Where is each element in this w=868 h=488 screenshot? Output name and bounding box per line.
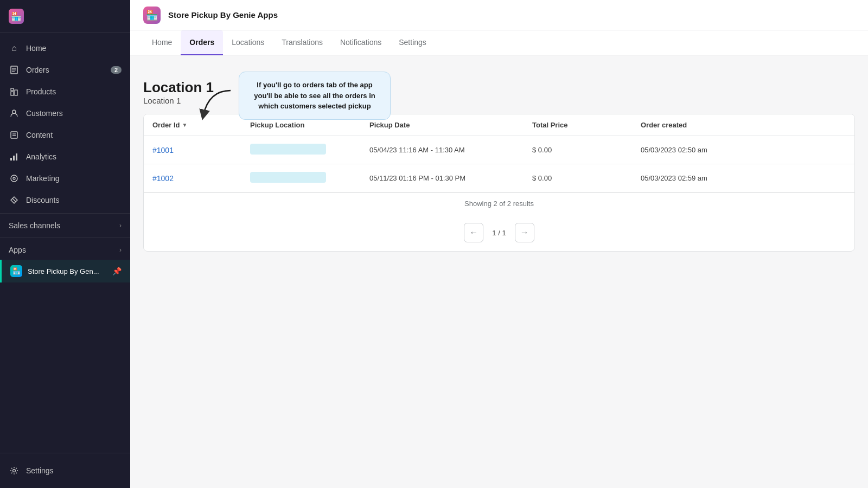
sidebar-item-discounts-label: Discounts — [26, 196, 59, 204]
sidebar-item-orders-label: Orders — [26, 66, 49, 74]
svg-point-15 — [13, 177, 15, 179]
sidebar-item-customers[interactable]: Customers — [0, 102, 130, 124]
order-id-cell-2: #1002 — [152, 174, 250, 183]
tab-orders[interactable]: Orders — [181, 30, 223, 55]
table-footer: Showing 2 of 2 results — [144, 192, 854, 214]
analytics-icon — [9, 151, 20, 162]
pickup-location-pill-2 — [250, 172, 326, 183]
tab-navigation: Home Orders Locations Translations Notif… — [130, 30, 868, 55]
callout-bubble: If you'll go to orders tab of the app yo… — [239, 72, 391, 120]
column-order-created: Order created — [641, 121, 749, 129]
customers-icon — [9, 108, 20, 119]
order-created-cell-2: 05/03/2023 02:59 am — [641, 174, 749, 182]
tab-locations[interactable]: Locations — [223, 30, 273, 55]
sidebar-item-analytics[interactable]: Analytics — [0, 146, 130, 168]
sales-channels-chevron-icon: › — [119, 222, 122, 229]
main-area: 🏪 Store Pickup By Genie Apps Home Orders… — [130, 0, 868, 488]
pickup-location-cell-1 — [250, 144, 369, 156]
sidebar-item-content-label: Content — [26, 131, 53, 139]
sidebar-item-discounts[interactable]: Discounts — [0, 189, 130, 211]
svg-rect-13 — [16, 153, 17, 160]
prev-page-button[interactable]: ← — [464, 223, 483, 242]
sidebar-item-sales-channels[interactable]: Sales channels › — [0, 216, 130, 235]
tab-settings[interactable]: Settings — [390, 30, 435, 55]
marketing-icon — [9, 173, 20, 184]
sidebar-item-marketing-label: Marketing — [26, 174, 59, 183]
arrow-icon — [198, 85, 241, 129]
content-area: If you'll go to orders tab of the app yo… — [130, 55, 868, 488]
sidebar-item-customers-label: Customers — [26, 109, 63, 118]
sidebar-item-products[interactable]: Products — [0, 81, 130, 102]
table-row: #1001 05/04/23 11:16 AM - 11:30 AM $ 0.0… — [144, 136, 854, 164]
callout-text: If you'll go to orders tab of the app yo… — [254, 81, 375, 110]
orders-badge: 2 — [111, 66, 122, 74]
sidebar-item-apps[interactable]: Apps › — [0, 240, 130, 260]
order-created-cell-1: 05/03/2023 02:50 am — [641, 146, 749, 154]
sidebar-item-settings[interactable]: Settings — [0, 460, 130, 481]
sidebar-sales-channels-label: Sales channels — [9, 221, 60, 230]
arrow-container — [198, 85, 241, 131]
sidebar: 🏪 ⌂ Home Orders 2 — [0, 0, 130, 488]
total-price-cell-2: $ 0.00 — [532, 174, 641, 182]
app-header-title: Store Pickup By Genie Apps — [168, 10, 278, 20]
sidebar-item-products-label: Products — [26, 87, 56, 96]
sort-icon: ▼ — [182, 122, 188, 128]
sidebar-item-analytics-label: Analytics — [26, 152, 56, 161]
sidebar-item-home[interactable]: ⌂ Home — [0, 37, 130, 59]
total-price-cell-1: $ 0.00 — [532, 146, 641, 154]
content-icon — [9, 130, 20, 140]
sidebar-item-home-label: Home — [26, 44, 46, 53]
pickup-date-cell-2: 05/11/23 01:16 PM - 01:30 PM — [369, 174, 532, 182]
sidebar-app-label: Store Pickup By Gen... — [28, 267, 99, 275]
pickup-location-cell-2 — [250, 172, 369, 184]
sidebar-logo-icon: 🏪 — [9, 9, 24, 24]
tab-translations[interactable]: Translations — [273, 30, 331, 55]
sidebar-item-marketing[interactable]: Marketing — [0, 168, 130, 189]
svg-rect-12 — [13, 156, 15, 160]
settings-icon — [9, 465, 20, 476]
tab-notifications[interactable]: Notifications — [331, 30, 390, 55]
pin-icon: 📌 — [112, 267, 122, 275]
svg-rect-5 — [15, 90, 17, 95]
svg-point-17 — [13, 470, 16, 472]
order-link-1001[interactable]: #1001 — [152, 146, 174, 155]
products-icon — [9, 86, 20, 97]
pickup-location-pill-1 — [250, 144, 326, 155]
column-pickup-location: Pickup Location — [250, 121, 369, 129]
orders-icon — [9, 65, 20, 75]
svg-rect-6 — [11, 88, 14, 91]
app-header-logo-icon: 🏪 — [143, 7, 161, 24]
results-count: Showing 2 of 2 results — [464, 200, 534, 208]
order-id-cell-1: #1001 — [152, 146, 250, 155]
pickup-date-cell-1: 05/04/23 11:16 AM - 11:30 AM — [369, 146, 532, 154]
sidebar-nav: ⌂ Home Orders 2 — [0, 33, 130, 453]
svg-point-14 — [11, 175, 17, 182]
orders-table: Order Id ▼ Pickup Location Pickup Date T… — [143, 114, 855, 252]
apps-chevron-icon: › — [119, 246, 122, 254]
sidebar-bottom: Settings — [0, 453, 130, 488]
sidebar-item-store-pickup[interactable]: 🏪 Store Pickup By Gen... 📌 — [0, 260, 130, 282]
sidebar-item-content[interactable]: Content — [0, 124, 130, 146]
next-page-button[interactable]: → — [515, 223, 534, 242]
home-icon: ⌂ — [9, 43, 20, 54]
sidebar-item-orders[interactable]: Orders 2 — [0, 59, 130, 81]
svg-line-16 — [12, 198, 16, 202]
order-link-1002[interactable]: #1002 — [152, 174, 174, 183]
column-total-price: Total Price — [532, 121, 641, 129]
discounts-icon — [9, 195, 20, 206]
sidebar-logo: 🏪 — [0, 0, 130, 33]
tab-home[interactable]: Home — [143, 30, 181, 55]
svg-rect-11 — [10, 158, 12, 160]
app-header: 🏪 Store Pickup By Genie Apps — [130, 0, 868, 30]
sidebar-apps-label: Apps — [9, 246, 26, 254]
svg-rect-4 — [11, 92, 14, 95]
page-indicator: 1 / 1 — [488, 229, 510, 237]
column-pickup-date: Pickup Date — [369, 121, 532, 129]
sidebar-settings-label: Settings — [26, 466, 54, 475]
pagination: ← 1 / 1 → — [144, 214, 854, 251]
sidebar-divider-1 — [0, 213, 130, 214]
sidebar-divider-2 — [0, 237, 130, 238]
store-pickup-app-icon: 🏪 — [10, 265, 22, 277]
table-row: #1002 05/11/23 01:16 PM - 01:30 PM $ 0.0… — [144, 164, 854, 192]
svg-point-7 — [12, 110, 16, 113]
